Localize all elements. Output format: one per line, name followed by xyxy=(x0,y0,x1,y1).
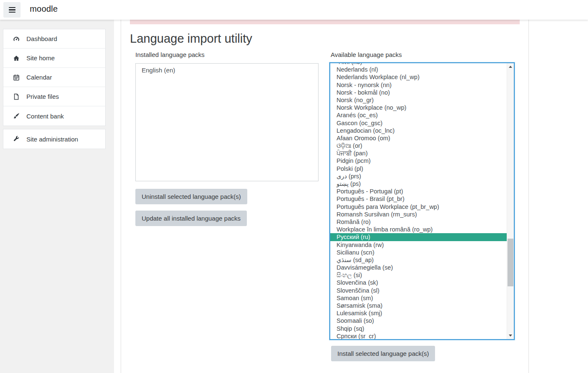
site-brand[interactable]: moodle xyxy=(30,4,58,14)
sidebar-item-label: Site home xyxy=(26,54,55,62)
available-option-selected[interactable]: Русский (ru) xyxy=(330,233,507,241)
sidebar-item-label: Private files xyxy=(26,93,59,100)
installed-option[interactable]: English (en) xyxy=(136,64,318,74)
installed-packs-listbox[interactable]: English (en) xyxy=(135,63,319,181)
sidebar-item-site-home[interactable]: Site home xyxy=(3,49,105,68)
sidebar-item-content-bank[interactable]: Content bank xyxy=(3,106,105,126)
available-option[interactable]: Polski (pl) xyxy=(330,165,507,172)
scrollbar-thumb[interactable] xyxy=(508,239,513,286)
page-title: Language import utility xyxy=(130,32,252,46)
available-option[interactable]: Afaan Oromoo (om) xyxy=(330,134,507,142)
sidebar-item-site-administration[interactable]: Site administration xyxy=(3,129,105,149)
wrench-icon xyxy=(13,136,20,143)
arrow-down-icon xyxy=(509,334,512,337)
home-icon xyxy=(13,54,20,62)
available-option[interactable]: Shqip (sq) xyxy=(330,325,507,332)
available-option[interactable]: Română (ro) xyxy=(330,218,507,226)
install-button[interactable]: Install selected language pack(s) xyxy=(331,346,435,361)
available-option[interactable]: ਪੰਜਾਬੀ (pan) xyxy=(330,149,507,157)
available-option[interactable]: नेपाली (ne) xyxy=(330,62,507,66)
sidebar-item-label: Calendar xyxy=(26,74,52,81)
available-option[interactable]: සිංහල (si) xyxy=(330,271,507,279)
available-option[interactable]: Lengadocian (oc_lnc) xyxy=(330,127,507,134)
available-option[interactable]: ଓଡ଼ିଆ (or) xyxy=(330,142,507,149)
gauge-icon xyxy=(13,35,20,42)
available-option[interactable]: Nederlands (nl) xyxy=(330,66,507,73)
available-option[interactable]: Norsk Workplace (no_wp) xyxy=(330,104,507,111)
sidebar-item-private-files[interactable]: Private files xyxy=(3,87,105,106)
installed-packs-label: Installed language packs xyxy=(135,51,205,58)
available-option[interactable]: Português para Workplace (pt_br_wp) xyxy=(330,203,507,211)
notification-alert-clipped xyxy=(130,20,520,24)
available-option[interactable]: Workplace în limba română (ro_wp) xyxy=(330,226,507,233)
available-option[interactable]: Nederlands Workplace (nl_wp) xyxy=(330,73,507,81)
available-option[interactable]: Soomaali (so) xyxy=(330,317,507,324)
nav-main-group: DashboardSite homeCalendarPrivate filesC… xyxy=(3,29,106,126)
sidebar-item-label: Dashboard xyxy=(26,35,57,42)
sidebar-item-calendar[interactable]: Calendar xyxy=(3,68,105,87)
hamburger-icon xyxy=(9,7,16,8)
hamburger-icon xyxy=(9,9,16,10)
available-option[interactable]: Davvisámegiella (se) xyxy=(330,264,507,271)
available-option[interactable]: Slovenčina (sk) xyxy=(330,279,507,286)
available-packs-label: Available language packs xyxy=(331,51,402,58)
menu-toggle-button[interactable] xyxy=(3,2,21,18)
sidebar-item-dashboard[interactable]: Dashboard xyxy=(3,29,105,49)
available-option[interactable]: درى (prs) xyxy=(330,172,507,180)
available-option[interactable]: Samoan (sm) xyxy=(330,294,507,302)
available-option[interactable]: Gascon (oc_gsc) xyxy=(330,119,507,127)
available-option[interactable]: Slovenščina (sl) xyxy=(330,287,507,294)
available-option[interactable]: پښتو (ps) xyxy=(330,180,507,188)
available-option[interactable]: Pidgin (pcm) xyxy=(330,157,507,165)
paintbrush-icon xyxy=(13,113,20,120)
calendar-icon xyxy=(13,74,20,81)
hamburger-icon xyxy=(9,12,16,13)
available-packs-listbox[interactable]: नेपाली (ne)Nederlands (nl)Nederlands Wor… xyxy=(329,62,515,340)
available-option[interactable]: Aranés (oc_es) xyxy=(330,111,507,119)
sidebar-item-label: Content bank xyxy=(26,113,64,120)
available-option[interactable]: Português - Brasil (pt_br) xyxy=(330,195,507,203)
sidebar-item-label: Site administration xyxy=(26,136,78,143)
available-option[interactable]: Norsk - bokmål (no) xyxy=(330,89,507,96)
content-left-divider xyxy=(121,20,121,373)
available-option[interactable]: Norsk (no_gr) xyxy=(330,96,507,104)
update-all-button[interactable]: Update all installed language packs xyxy=(135,211,247,226)
available-option[interactable]: Romansh Sursilvan (rm_surs) xyxy=(330,211,507,218)
available-option[interactable]: Português - Portugal (pt) xyxy=(330,188,507,195)
uninstall-button[interactable]: Uninstall selected language pack(s) xyxy=(135,189,247,204)
available-option[interactable]: Sicilianu (scn) xyxy=(330,249,507,256)
available-option[interactable]: Kinyarwanda (rw) xyxy=(330,241,507,249)
nav-drawer: DashboardSite homeCalendarPrivate filesC… xyxy=(0,20,114,373)
content-right-divider xyxy=(528,20,529,373)
available-option[interactable]: Norsk - nynorsk (nn) xyxy=(330,81,507,89)
top-navbar: moodle xyxy=(0,0,588,20)
nav-admin-group: Site administration xyxy=(3,129,106,149)
available-options-list: नेपाली (ne)Nederlands (nl)Nederlands Wor… xyxy=(330,62,507,340)
available-option[interactable]: Српски (sr_cr) xyxy=(330,332,507,340)
arrow-up-icon xyxy=(509,66,512,68)
scroll-down-button[interactable] xyxy=(507,332,514,339)
available-option[interactable]: سنڌي (sd_ap) xyxy=(330,256,507,264)
available-option[interactable]: Sørsamisk (sma) xyxy=(330,302,507,309)
file-icon xyxy=(13,93,20,100)
listbox-scrollbar[interactable] xyxy=(507,63,514,339)
scroll-up-button[interactable] xyxy=(507,63,514,70)
available-option[interactable]: Lulesamisk (smj) xyxy=(330,309,507,317)
